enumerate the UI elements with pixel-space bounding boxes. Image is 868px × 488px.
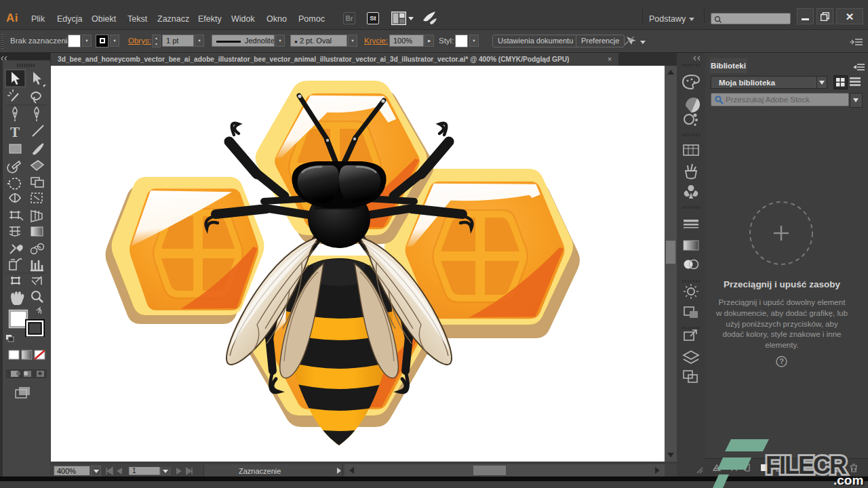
svg-text:T: T [10, 124, 20, 140]
svg-text:?: ? [779, 357, 784, 365]
svg-text:.com: .com [833, 473, 863, 487]
svg-text:1: 1 [132, 467, 136, 474]
